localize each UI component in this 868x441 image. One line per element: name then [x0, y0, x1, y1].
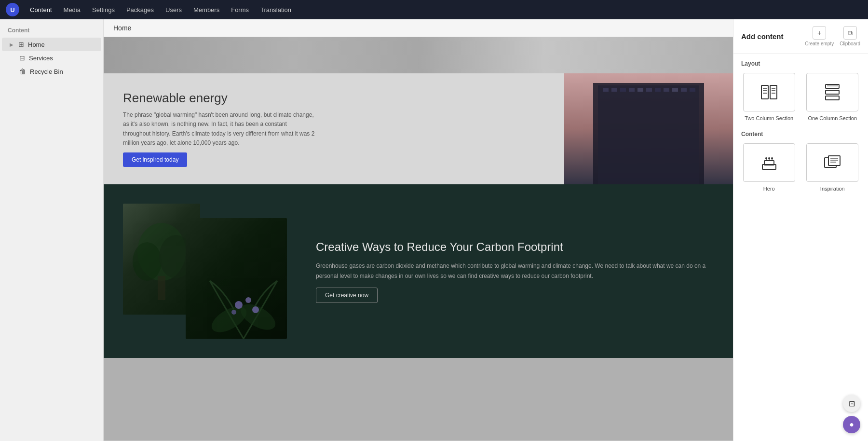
carbon-cta-button[interactable]: Get creative now: [316, 288, 378, 303]
sidebar-item-label-recycle: Recycle Bin: [30, 68, 63, 75]
carbon-title: Creative Ways to Reduce Your Carbon Foot…: [316, 239, 714, 254]
layout-items-grid: Two Column Section One Column Section: [741, 73, 860, 121]
svg-point-43: [771, 157, 773, 159]
two-column-label: Two Column Section: [745, 115, 793, 121]
svg-rect-9: [655, 88, 661, 92]
content-items-grid: Hero Inspiration: [741, 143, 860, 192]
svg-point-16: [133, 242, 162, 281]
nav-item-packages[interactable]: Packages: [122, 4, 159, 15]
one-column-section-item[interactable]: One Column Section: [805, 73, 861, 121]
svg-rect-24: [761, 85, 768, 99]
one-column-icon: [806, 73, 858, 111]
renewable-image-block: [564, 73, 733, 184]
create-empty-label: Create empty: [805, 41, 834, 46]
carbon-images-block: [123, 204, 297, 339]
recycle-bin-icon: 🗑: [19, 68, 26, 75]
svg-rect-15: [158, 276, 165, 300]
arrow-icon: ▶: [10, 42, 14, 47]
services-icon: ⊟: [19, 54, 25, 62]
content-section-title: Content: [741, 131, 860, 138]
svg-rect-12: [681, 88, 687, 92]
svg-rect-11: [672, 88, 678, 92]
two-column-section-item[interactable]: Two Column Section: [741, 73, 797, 121]
nav-item-translation[interactable]: Translation: [256, 4, 296, 15]
panel-actions: + Create empty ⧉ Clipboard: [805, 26, 860, 46]
page-title: Home: [113, 24, 131, 32]
svg-rect-8: [646, 88, 652, 92]
hero-label: Hero: [763, 186, 775, 192]
svg-rect-32: [826, 84, 839, 88]
renewable-cta-button[interactable]: Get inspired today: [123, 152, 187, 167]
clipboard-icon: ⧉: [843, 26, 857, 40]
svg-rect-45: [828, 156, 840, 165]
nav-item-users[interactable]: Users: [161, 4, 187, 15]
page-header: Home: [104, 19, 733, 37]
sidebar: Content ▶ ⊞ Home ⊟ Services 🗑 Recycle Bi…: [0, 19, 104, 441]
nav-item-media[interactable]: Media: [59, 4, 85, 15]
svg-rect-13: [690, 88, 695, 92]
top-navigation: U Content Media Settings Packages Users …: [0, 0, 868, 19]
renewable-text-block: Renewable energy The phrase "global warm…: [104, 73, 564, 184]
renewable-section: Renewable energy The phrase "global warm…: [104, 73, 733, 184]
content-section: Content: [733, 124, 868, 194]
sidebar-section-title: Content: [0, 25, 103, 38]
right-panel: Add content + Create empty ⧉ Clipboard L: [733, 19, 868, 441]
one-column-label: One Column Section: [808, 115, 857, 121]
svg-point-42: [768, 157, 770, 159]
clipboard-button[interactable]: ⧉ Clipboard: [840, 26, 860, 46]
svg-rect-33: [826, 90, 839, 94]
panel-header: Add content + Create empty ⧉ Clipboard: [733, 19, 868, 54]
svg-rect-10: [664, 88, 669, 92]
carbon-image-2: [186, 218, 287, 339]
hero-icon: [743, 143, 795, 182]
renewable-description: The phrase "global warming" hasn't been …: [123, 110, 316, 148]
svg-rect-25: [770, 85, 777, 99]
svg-rect-3: [603, 88, 609, 92]
corner-buttons: ⊡ ●: [843, 395, 860, 433]
svg-rect-6: [629, 88, 635, 92]
svg-point-23: [252, 306, 259, 313]
hero-item[interactable]: Hero: [741, 143, 797, 192]
nav-item-content[interactable]: Content: [25, 4, 57, 15]
sidebar-item-label-home: Home: [28, 41, 45, 48]
svg-rect-4: [611, 88, 617, 92]
svg-rect-34: [826, 96, 839, 100]
carbon-section: Creative Ways to Reduce Your Carbon Foot…: [104, 184, 733, 358]
home-icon: ⊞: [18, 41, 24, 48]
page-canvas: Renewable energy The phrase "global warm…: [104, 37, 733, 441]
renewable-title: Renewable energy: [123, 91, 545, 106]
corner-button-user[interactable]: ●: [843, 416, 860, 433]
carbon-text-block: Creative Ways to Reduce Your Carbon Foot…: [316, 239, 714, 303]
nav-item-forms[interactable]: Forms: [226, 4, 254, 15]
nav-item-members[interactable]: Members: [189, 4, 224, 15]
svg-point-22: [231, 310, 236, 315]
top-image-bar-inner: [104, 37, 733, 73]
clipboard-label: Clipboard: [840, 41, 860, 46]
content-area: Home Renewable energy The phrase "global…: [104, 19, 733, 441]
sidebar-item-recycle-bin[interactable]: 🗑 Recycle Bin: [2, 65, 101, 78]
svg-rect-7: [637, 88, 643, 92]
panel-title: Add content: [741, 32, 784, 41]
corner-button-default[interactable]: ⊡: [843, 395, 860, 412]
top-image-section: [104, 37, 733, 73]
inspiration-label: Inspiration: [820, 186, 845, 192]
inspiration-item[interactable]: Inspiration: [805, 143, 861, 192]
svg-point-20: [235, 301, 243, 309]
create-empty-icon: +: [813, 26, 826, 40]
inspiration-icon: [806, 143, 858, 182]
layout-section-title: Layout: [741, 60, 860, 67]
svg-rect-5: [620, 88, 626, 92]
svg-point-41: [765, 157, 767, 159]
sidebar-item-services[interactable]: ⊟ Services: [2, 51, 101, 65]
svg-point-21: [245, 297, 251, 303]
layout-section: Layout: [733, 54, 868, 124]
create-empty-button[interactable]: + Create empty: [805, 26, 834, 46]
svg-rect-2: [598, 85, 699, 184]
sidebar-item-home[interactable]: ▶ ⊞ Home: [2, 38, 101, 51]
nav-item-settings[interactable]: Settings: [87, 4, 120, 15]
logo[interactable]: U: [6, 3, 19, 16]
sidebar-item-label-services: Services: [29, 55, 53, 62]
two-column-icon: [743, 73, 795, 111]
carbon-description: Greenhouse gases are carbon dioxide and …: [316, 261, 714, 281]
